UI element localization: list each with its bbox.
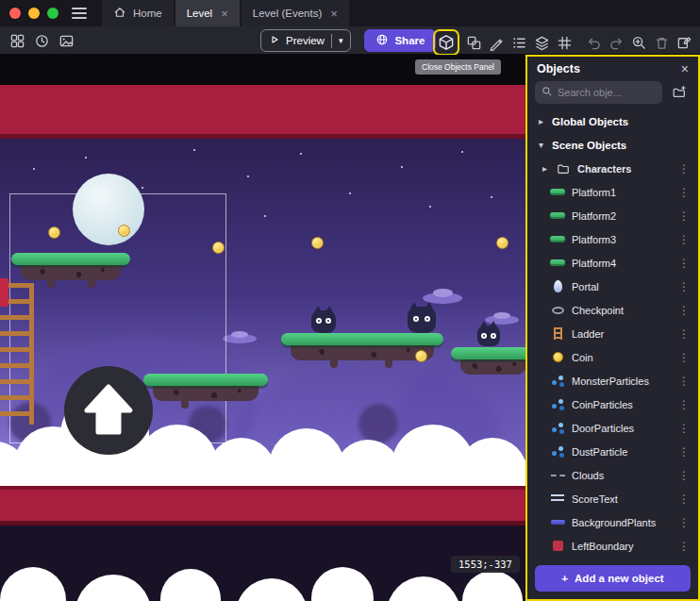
- close-tab-icon[interactable]: ×: [221, 8, 228, 20]
- add-folder-button[interactable]: [668, 82, 691, 103]
- row-menu-icon[interactable]: ⋮: [675, 375, 692, 388]
- platform-island[interactable]: [143, 374, 268, 401]
- clouds-icon: [550, 468, 565, 483]
- app-window: Home Level × Level (Events) ×: [0, 0, 700, 601]
- layers-icon[interactable]: [530, 31, 553, 54]
- close-window-button[interactable]: [9, 8, 21, 19]
- monster-sprite[interactable]: [477, 326, 500, 346]
- trash-icon[interactable]: [650, 31, 673, 54]
- zoom-in-icon[interactable]: [627, 31, 650, 54]
- coin-sprite[interactable]: [212, 242, 225, 254]
- row-menu-icon[interactable]: ⋮: [675, 186, 692, 199]
- history-icon[interactable]: [30, 29, 53, 52]
- grid-icon[interactable]: [553, 31, 575, 54]
- row-menu-icon[interactable]: ⋮: [675, 469, 692, 482]
- tab-home[interactable]: Home: [102, 0, 174, 26]
- undo-icon[interactable]: [582, 31, 605, 54]
- share-button[interactable]: Share: [364, 29, 436, 52]
- capture-icon[interactable]: [55, 29, 77, 52]
- row-menu-icon[interactable]: ⋮: [675, 422, 692, 435]
- row-menu-icon[interactable]: ⋮: [675, 209, 692, 223]
- object-label: Platform3: [572, 234, 616, 245]
- row-menu-icon[interactable]: ⋮: [675, 445, 692, 459]
- row-menu-icon[interactable]: ⋮: [675, 257, 692, 270]
- scene-properties-icon[interactable]: [673, 31, 695, 54]
- zoom-window-button[interactable]: [47, 8, 58, 19]
- platform-icon: [550, 209, 565, 224]
- objects-panel: Objects × ▸ Global Objects ▾ Scene Objec…: [525, 55, 700, 601]
- hamburger-menu-icon[interactable]: [72, 8, 87, 19]
- close-panel-icon[interactable]: ×: [681, 62, 689, 75]
- object-row-coinparticles[interactable]: CoinParticles ⋮: [527, 392, 698, 416]
- row-menu-icon[interactable]: ⋮: [675, 516, 692, 529]
- row-menu-icon[interactable]: ⋮: [675, 327, 692, 341]
- bottom-boundary-band[interactable]: [0, 486, 525, 526]
- chevron-right-icon[interactable]: ▸: [537, 116, 545, 126]
- minimize-window-button[interactable]: [28, 8, 40, 19]
- grass-top: [281, 333, 443, 345]
- left-boundary-sprite[interactable]: [0, 278, 8, 307]
- checkpoint-icon: [550, 303, 565, 318]
- object-row-platform3[interactable]: Platform3 ⋮: [527, 227, 698, 251]
- add-object-button[interactable]: + Add a new object: [535, 565, 691, 592]
- tab-level-events[interactable]: Level (Events) ×: [242, 0, 349, 26]
- chevron-down-icon[interactable]: ▾: [537, 140, 545, 150]
- object-row-ladder[interactable]: Ladder ⋮: [527, 322, 698, 345]
- instances-list-icon[interactable]: [508, 31, 530, 54]
- close-tab-icon[interactable]: ×: [330, 8, 338, 20]
- game-canvas[interactable]: 1553;-337: [0, 55, 525, 601]
- object-row-monsterparticles[interactable]: MonsterParticles ⋮: [527, 369, 698, 392]
- moon-sprite[interactable]: [73, 174, 144, 245]
- coin-sprite[interactable]: [48, 226, 60, 239]
- row-menu-icon[interactable]: ⋮: [675, 351, 692, 364]
- object-row-coin[interactable]: Coin ⋮: [527, 345, 698, 369]
- object-row-checkpoint[interactable]: Checkpoint ⋮: [527, 298, 698, 322]
- panels-icon[interactable]: [6, 29, 28, 52]
- object-row-clouds[interactable]: Clouds ⋮: [527, 463, 698, 487]
- chevron-right-icon[interactable]: ▸: [541, 163, 549, 174]
- group-label: Global Objects: [552, 116, 628, 127]
- platform-island[interactable]: [11, 253, 130, 280]
- object-groups-icon[interactable]: [462, 31, 485, 54]
- object-label: BackgroundPlants: [572, 517, 656, 528]
- object-row-doorparticles[interactable]: DoorParticles ⋮: [527, 416, 698, 440]
- coin-sprite[interactable]: [311, 237, 324, 249]
- preview-dropdown-icon[interactable]: ▾: [339, 36, 343, 45]
- object-row-platform4[interactable]: Platform4 ⋮: [527, 251, 698, 275]
- coin-sprite[interactable]: [118, 225, 130, 237]
- group-scene-objects[interactable]: ▾ Scene Objects: [527, 133, 698, 157]
- platform-island[interactable]: [451, 347, 525, 375]
- earth-drip: [385, 359, 392, 368]
- object-row-platform2[interactable]: Platform2 ⋮: [527, 204, 698, 227]
- group-global-objects[interactable]: ▸ Global Objects: [527, 109, 698, 133]
- monster-sprite[interactable]: [408, 307, 436, 333]
- search-input[interactable]: [558, 87, 656, 98]
- object-row-dustparticle[interactable]: DustParticle ⋮: [527, 440, 698, 463]
- object-row-portal[interactable]: Portal ⋮: [527, 275, 698, 298]
- monster-sprite[interactable]: [311, 310, 336, 333]
- object-row-scoretext[interactable]: ScoreText ⋮: [527, 487, 698, 510]
- coin-sprite[interactable]: [496, 237, 508, 249]
- objects-panel-icon[interactable]: [435, 31, 458, 54]
- row-menu-icon[interactable]: ⋮: [675, 398, 692, 411]
- object-row-leftboundary[interactable]: LeftBoundary ⋮: [527, 534, 698, 558]
- tab-level[interactable]: Level ×: [175, 0, 240, 26]
- row-menu-icon[interactable]: ⋮: [675, 492, 692, 506]
- row-menu-icon[interactable]: ⋮: [675, 304, 692, 317]
- object-row-platform1[interactable]: Platform1 ⋮: [527, 180, 698, 204]
- row-menu-icon[interactable]: ⋮: [675, 280, 692, 293]
- earth-drip: [181, 399, 189, 409]
- search-input-wrap[interactable]: [535, 81, 662, 104]
- top-boundary-band[interactable]: [0, 85, 525, 139]
- object-folder-characters[interactable]: ▸ Characters ⋮: [527, 157, 698, 180]
- arrow-control-sprite[interactable]: [64, 366, 153, 455]
- preview-button[interactable]: Preview ▾: [260, 29, 351, 52]
- row-menu-icon[interactable]: ⋮: [675, 233, 692, 246]
- coin-sprite[interactable]: [415, 350, 427, 362]
- earth-bottom: [21, 265, 121, 280]
- object-row-backgroundplants[interactable]: BackgroundPlants ⋮: [527, 510, 698, 534]
- pencil-icon[interactable]: [485, 31, 508, 54]
- row-menu-icon[interactable]: ⋮: [675, 540, 692, 553]
- row-menu-icon[interactable]: ⋮: [675, 162, 692, 175]
- redo-icon[interactable]: [605, 31, 627, 54]
